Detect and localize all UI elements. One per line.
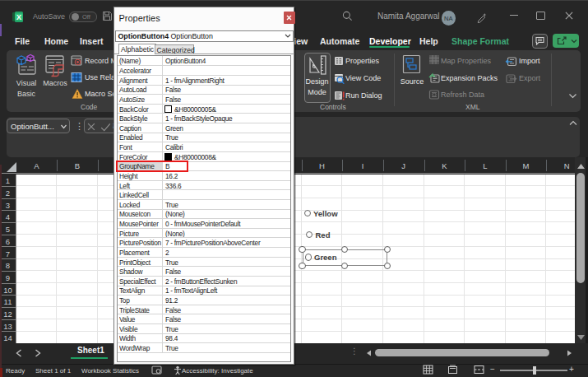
svg-text:X: X [16, 13, 21, 21]
